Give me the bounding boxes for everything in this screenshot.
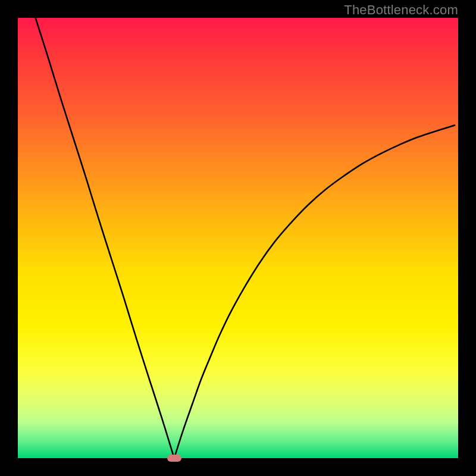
curve-left-branch [36, 18, 174, 458]
curve-svg [18, 18, 458, 458]
min-marker [167, 455, 181, 462]
plot-area [18, 18, 458, 458]
watermark-text: TheBottleneck.com [344, 2, 458, 18]
curve-right-branch [174, 126, 455, 458]
chart-frame: TheBottleneck.com [0, 0, 476, 476]
